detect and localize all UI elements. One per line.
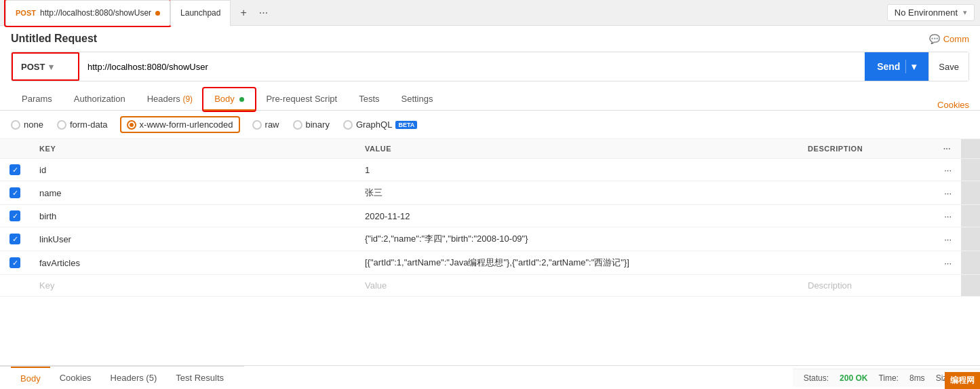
more-cell[interactable]: ··· xyxy=(934,227,961,251)
more-cell[interactable]: ··· xyxy=(934,181,961,205)
radio-urlencoded[interactable]: x-www-form-urlencoded xyxy=(121,117,239,132)
value-cell[interactable]: 1 xyxy=(355,159,798,181)
tab-launchpad[interactable]: Launchpad xyxy=(170,0,231,26)
checkbox-cell[interactable]: ✓ xyxy=(0,227,30,251)
comm-button[interactable]: 💬 Comm xyxy=(929,34,969,44)
placeholder-row: Key Value Description xyxy=(0,275,980,297)
tab-label: Launchpad xyxy=(180,8,220,18)
key-cell[interactable]: id xyxy=(30,159,355,181)
more-tabs-button[interactable]: ··· xyxy=(256,4,271,22)
th-more: ··· xyxy=(934,139,961,159)
row-resizer xyxy=(961,159,980,181)
desc-cell xyxy=(798,251,934,275)
tab-post-showuser[interactable]: POST http://localhost:8080/showUser xyxy=(5,0,170,26)
tab-method-badge: POST xyxy=(16,9,36,17)
top-tab-bar: POST http://localhost:8080/showUser Laun… xyxy=(0,0,980,26)
key-cell[interactable]: birth xyxy=(30,205,355,227)
radio-form-data[interactable]: form-data xyxy=(57,119,108,130)
radio-circle-form-data xyxy=(57,120,66,130)
send-dropdown-icon: ▾ xyxy=(912,61,916,72)
placeholder-value[interactable]: Value xyxy=(355,275,798,297)
tab-params[interactable]: Params xyxy=(11,88,63,111)
tab-settings[interactable]: Settings xyxy=(391,88,444,111)
tab-body[interactable]: Body xyxy=(203,88,255,111)
row-resizer xyxy=(961,227,980,251)
request-title-bar: Untitled Request 💬 Comm xyxy=(0,26,980,49)
send-button[interactable]: Send ▾ xyxy=(865,52,928,81)
comment-icon: 💬 xyxy=(929,34,940,44)
method-select[interactable]: POST ▾ xyxy=(12,52,79,81)
radio-circle-urlencoded xyxy=(127,120,136,130)
checkbox-cell[interactable]: ✓ xyxy=(0,205,30,227)
radio-circle-binary xyxy=(293,120,302,130)
checkbox-checked: ✓ xyxy=(9,187,20,198)
comm-label: Comm xyxy=(943,34,969,44)
tab-actions: + ··· xyxy=(237,4,271,22)
url-bar: POST ▾ Send ▾ Save xyxy=(11,52,969,81)
request-title: Untitled Request xyxy=(11,33,97,45)
chevron-down-icon: ▾ xyxy=(963,8,967,17)
url-input[interactable] xyxy=(79,52,865,81)
th-key: KEY xyxy=(30,139,355,159)
radio-binary[interactable]: binary xyxy=(293,119,330,130)
value-cell[interactable]: {"id":2,"name":"李四","birth":"2008-10-09"… xyxy=(355,227,798,251)
checkbox-checked: ✓ xyxy=(9,257,20,268)
radio-label-graphql: GraphQL xyxy=(356,119,392,130)
desc-cell xyxy=(798,227,934,251)
radio-label-form-data: form-data xyxy=(70,119,108,130)
th-description: DESCRIPTION xyxy=(798,139,934,159)
more-cell[interactable]: ··· xyxy=(934,159,961,181)
env-select-area: No Environment ▾ xyxy=(887,4,975,21)
key-cell[interactable]: favArticles xyxy=(30,251,355,275)
th-value: VALUE xyxy=(355,139,798,159)
th-checkbox xyxy=(0,139,30,159)
radio-raw[interactable]: raw xyxy=(252,119,279,130)
method-chevron-icon: ▾ xyxy=(49,62,54,72)
value-cell[interactable]: 2020-11-12 xyxy=(355,205,798,227)
table-row: ✓ favArticles [{"artId":1,"artName":"Jav… xyxy=(0,251,980,275)
tab-url: http://localhost:8080/showUser xyxy=(40,8,151,18)
desc-cell xyxy=(798,205,934,227)
checkbox-cell[interactable]: ✓ xyxy=(0,181,30,205)
tab-cookies[interactable]: Cookies xyxy=(937,100,969,110)
cookies-link[interactable]: Cookies xyxy=(937,100,969,110)
key-cell[interactable]: name xyxy=(30,181,355,205)
placeholder-key[interactable]: Key xyxy=(30,275,355,297)
more-cell[interactable]: ··· xyxy=(934,205,961,227)
table-header-row: KEY VALUE DESCRIPTION ··· xyxy=(0,139,980,159)
radio-none[interactable]: none xyxy=(11,119,43,130)
key-cell[interactable]: linkUser xyxy=(30,227,355,251)
method-label: POST xyxy=(21,62,45,72)
tab-prerequest[interactable]: Pre-request Script xyxy=(255,88,348,111)
checkbox-checked: ✓ xyxy=(9,234,20,244)
desc-cell xyxy=(798,181,934,205)
env-label: No Environment xyxy=(895,7,958,18)
tab-unsaved-dot xyxy=(155,11,160,16)
tab-authorization[interactable]: Authorization xyxy=(63,88,136,111)
more-cell[interactable]: ··· xyxy=(934,251,961,275)
body-active-dot xyxy=(239,97,244,102)
checkbox-checked: ✓ xyxy=(9,164,20,175)
table-row: ✓ name 张三 ··· xyxy=(0,181,980,205)
row-resizer xyxy=(961,205,980,227)
placeholder-desc: Description xyxy=(798,275,934,297)
radio-circle-graphql xyxy=(343,120,353,130)
body-type-bar: none form-data x-www-form-urlencoded raw… xyxy=(0,111,980,139)
tab-headers[interactable]: Headers (9) xyxy=(136,88,203,111)
params-table: KEY VALUE DESCRIPTION ··· ✓ id 1 ··· ✓ n… xyxy=(0,139,980,297)
value-cell[interactable]: [{"artId":1,"artName":"Java编程思想"},{"artI… xyxy=(355,251,798,275)
beta-badge: BETA xyxy=(395,121,417,129)
add-tab-button[interactable]: + xyxy=(237,4,249,22)
env-dropdown[interactable]: No Environment ▾ xyxy=(887,4,975,21)
tabs-nav: Params Authorization Headers (9) Body Pr… xyxy=(0,88,980,111)
radio-graphql[interactable]: GraphQL BETA xyxy=(343,119,417,130)
radio-label-raw: raw xyxy=(265,119,279,130)
value-cell[interactable]: 张三 xyxy=(355,181,798,205)
checkbox-cell[interactable]: ✓ xyxy=(0,251,30,275)
tab-tests[interactable]: Tests xyxy=(348,88,390,111)
radio-label-binary: binary xyxy=(306,119,330,130)
checkbox-cell[interactable]: ✓ xyxy=(0,159,30,181)
radio-circle-none xyxy=(11,120,20,130)
checkbox-checked: ✓ xyxy=(9,210,20,221)
save-button[interactable]: Save xyxy=(928,52,968,81)
